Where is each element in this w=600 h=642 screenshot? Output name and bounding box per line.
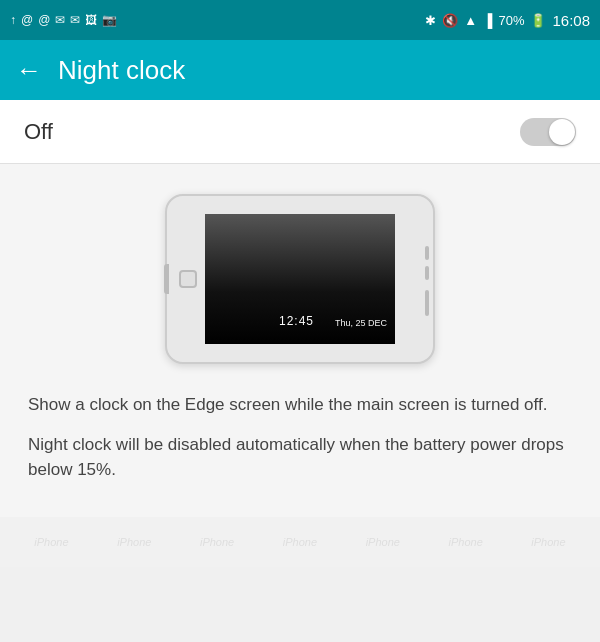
clock: 16:08 [552, 12, 590, 29]
page-title: Night clock [58, 55, 185, 86]
watermark-area: iPhone iPhone iPhone iPhone iPhone iPhon… [0, 517, 600, 567]
phone-home-btn [179, 270, 197, 288]
image-icon: 🖼 [85, 13, 97, 27]
phone-right-btn-3 [425, 290, 429, 316]
mute-icon: 🔇 [442, 13, 458, 28]
watermark-3: iPhone [200, 536, 234, 548]
signal-icon: ▐ [483, 13, 492, 28]
arrow-up-icon: ↑ [10, 13, 16, 27]
battery-icon: 🔋 [530, 13, 546, 28]
nav-bar: ← Night clock [0, 40, 600, 100]
mail-icon-2: ✉ [70, 13, 80, 27]
phone-time: 12:45 [279, 314, 314, 328]
toggle-label: Off [24, 119, 53, 145]
phone-home-button [164, 264, 169, 294]
description-line1: Show a clock on the Edge screen while th… [28, 392, 572, 418]
phone-right-btn-1 [425, 246, 429, 260]
night-clock-toggle[interactable] [520, 118, 576, 146]
description-line2: Night clock will be disabled automatical… [28, 432, 572, 483]
watermark-1: iPhone [34, 536, 68, 548]
description-area: Show a clock on the Edge screen while th… [24, 392, 576, 497]
toggle-row: Off [0, 100, 600, 164]
status-icons-left: ↑ @ @ ✉ ✉ 🖼 📷 [10, 13, 117, 27]
watermark-7: iPhone [531, 536, 565, 548]
watermark-4: iPhone [283, 536, 317, 548]
at-icon-2: @ [38, 13, 50, 27]
content-area: 12:45 Thu, 25 DEC Show a clock on the Ed… [0, 164, 600, 517]
bluetooth-icon: ✱ [425, 13, 436, 28]
watermark-6: iPhone [449, 536, 483, 548]
watermark-5: iPhone [366, 536, 400, 548]
at-icon-1: @ [21, 13, 33, 27]
back-button[interactable]: ← [16, 55, 42, 86]
app-icon: 📷 [102, 13, 117, 27]
phone-right-btn-2 [425, 266, 429, 280]
status-bar: ↑ @ @ ✉ ✉ 🖼 📷 ✱ 🔇 ▲ ▐ 70% 🔋 16:08 [0, 0, 600, 40]
phone-mockup: 12:45 Thu, 25 DEC [165, 194, 435, 364]
mail-icon-1: ✉ [55, 13, 65, 27]
wifi-icon: ▲ [464, 13, 477, 28]
status-icons-right: ✱ 🔇 ▲ ▐ 70% 🔋 16:08 [425, 12, 590, 29]
watermark-2: iPhone [117, 536, 151, 548]
phone-screen: 12:45 Thu, 25 DEC [205, 214, 395, 344]
battery-percent: 70% [498, 13, 524, 28]
toggle-knob [549, 119, 575, 145]
phone-date: Thu, 25 DEC [335, 318, 387, 328]
phone-side-buttons [425, 246, 429, 316]
